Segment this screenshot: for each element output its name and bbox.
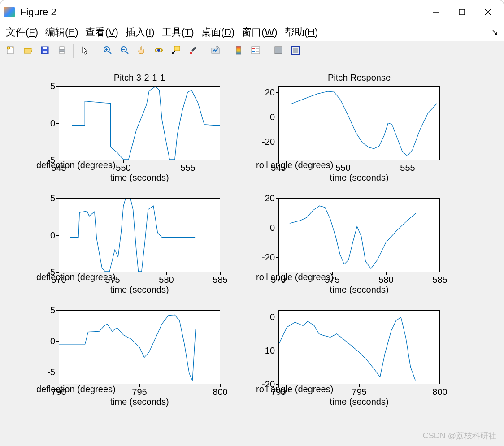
tick-label: -5 (47, 367, 55, 377)
tick-label: 5 (50, 305, 55, 316)
show-plottools-icon (291, 45, 300, 57)
tick-label: 795 (132, 387, 147, 397)
link-plot-button[interactable] (208, 43, 223, 59)
brush-button[interactable] (185, 43, 200, 59)
menu-d[interactable]: 桌面(D) (201, 26, 235, 39)
close-icon (484, 8, 492, 16)
maximize-icon (458, 9, 465, 16)
menu-t[interactable]: 工具(T) (162, 26, 194, 39)
tick-label: 575 (105, 275, 120, 285)
tick-label: -20 (262, 136, 275, 147)
open-button[interactable] (20, 43, 35, 59)
hide-plottools-icon (274, 45, 283, 57)
svg-rect-30 (252, 51, 255, 52)
svg-line-18 (126, 51, 128, 54)
pointer-icon (80, 45, 90, 57)
svg-line-14 (109, 51, 111, 54)
tick-label: 570 (271, 275, 286, 285)
subplot-6-xlabel: time (seconds) (330, 397, 388, 407)
subplot-2-xlabel: time (seconds) (330, 173, 388, 183)
tick-label: 800 (432, 387, 447, 397)
menu-i[interactable]: 插入(I) (126, 26, 155, 39)
subplot-4[interactable] (278, 198, 440, 272)
tick-label: 795 (352, 387, 366, 397)
subplot-5-xlabel: time (seconds) (110, 397, 169, 407)
subplot-2-title: Pitch Response (328, 73, 391, 83)
legend-button[interactable] (248, 43, 263, 59)
svg-rect-25 (190, 52, 192, 54)
subplot-3-xlabel: time (seconds) (110, 285, 169, 295)
subplot-5[interactable] (59, 310, 220, 384)
tick-label: -5 (47, 267, 55, 277)
data-line (70, 199, 195, 272)
svg-rect-28 (252, 47, 260, 54)
zoom-out-icon (120, 45, 130, 57)
tick-label: 550 (335, 163, 350, 173)
subplot-6[interactable] (278, 310, 440, 384)
menu-f[interactable]: 文件(F) (6, 26, 38, 39)
data-line (290, 206, 416, 268)
zoom-in-button[interactable] (100, 43, 115, 59)
brush-icon (188, 45, 198, 57)
menu-w[interactable]: 窗口(W) (242, 26, 277, 39)
tick-label: 580 (159, 275, 174, 285)
tick-label: 0 (50, 230, 55, 240)
subplot-1-title: Pitch 3-2-1-1 (114, 73, 165, 83)
rotate3d-icon (154, 45, 164, 57)
svg-rect-27 (236, 46, 241, 54)
rotate3d-button[interactable] (151, 43, 166, 59)
subplot-4-xlabel: time (seconds) (330, 285, 388, 295)
menu-v[interactable]: 查看(V) (85, 26, 118, 39)
svg-rect-11 (60, 47, 64, 49)
subplot-2[interactable] (278, 86, 440, 160)
subplot-3[interactable] (59, 198, 220, 272)
svg-rect-12 (60, 52, 64, 54)
tick-label: 5 (50, 81, 55, 91)
menu-h[interactable]: 帮助(H) (285, 26, 318, 39)
tick-label: -20 (262, 252, 275, 263)
pointer-button[interactable] (77, 43, 92, 59)
print-button[interactable] (54, 43, 70, 59)
tick-label: 0 (270, 312, 275, 322)
tick-label: 545 (271, 163, 286, 173)
tick-label: 20 (265, 87, 275, 97)
zoom-out-button[interactable] (117, 43, 132, 59)
tick-label: 580 (378, 275, 393, 285)
tick-label: 0 (50, 118, 55, 128)
tick-label: -5 (47, 155, 55, 165)
new-figure-icon (6, 45, 16, 57)
show-plottools-button[interactable] (288, 43, 303, 59)
subplot-2-ylabel: roll angle (degrees) (256, 160, 330, 170)
colorbar-button[interactable] (231, 43, 246, 59)
svg-rect-33 (275, 47, 282, 54)
tick-label: 0 (50, 336, 55, 346)
toolbar (0, 41, 504, 61)
subplot-1[interactable] (59, 86, 220, 160)
hide-plottools-button[interactable] (271, 43, 286, 59)
new-figure-button[interactable] (3, 43, 18, 59)
datacursor-icon (171, 45, 181, 57)
matlab-app-icon (4, 7, 15, 17)
pan-icon (137, 45, 147, 57)
menu-e[interactable]: 编辑(E) (45, 26, 78, 39)
save-icon (40, 45, 50, 57)
minimize-button[interactable] (423, 3, 449, 21)
tick-label: 800 (213, 387, 227, 397)
subplot-4-ylabel: roll angle (degrees) (256, 272, 330, 282)
datacursor-button[interactable] (168, 43, 183, 59)
zoom-in-icon (103, 45, 113, 57)
maximize-button[interactable] (449, 3, 475, 21)
tick-label: 585 (213, 275, 227, 285)
figure-window: Figure 2 文件(F)编辑(E)查看(V)插入(I)工具(T)桌面(D)窗… (0, 0, 504, 446)
save-button[interactable] (37, 43, 52, 59)
tick-label: 0 (270, 223, 275, 233)
pan-button[interactable] (134, 43, 149, 59)
svg-rect-1 (459, 9, 465, 15)
svg-point-24 (172, 52, 174, 54)
data-line (279, 317, 415, 381)
svg-point-21 (157, 49, 160, 52)
close-button[interactable] (475, 3, 501, 21)
dock-arrow-icon[interactable]: ↘ (491, 27, 498, 37)
data-line (72, 87, 220, 160)
svg-point-6 (7, 47, 10, 49)
